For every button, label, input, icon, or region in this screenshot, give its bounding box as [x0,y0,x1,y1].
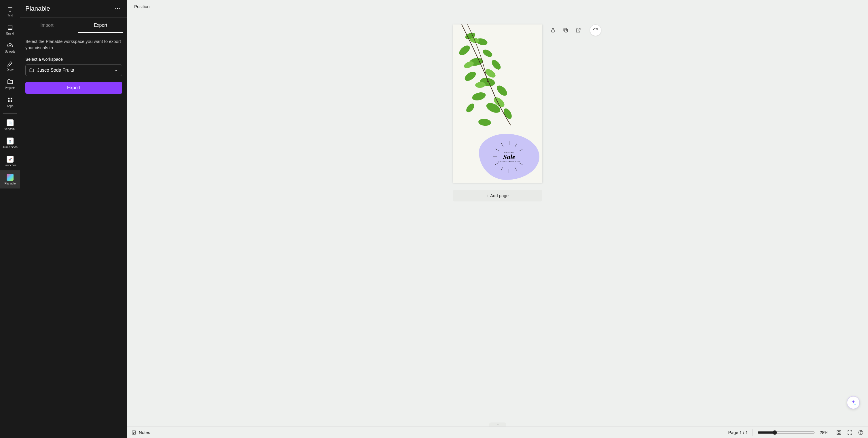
projects-icon [7,78,13,85]
position-button[interactable]: Position [132,2,152,11]
sparkle-icon [850,399,857,406]
svg-rect-10 [565,29,568,32]
uploads-icon [7,42,13,49]
zoom-range-input[interactable] [757,430,815,435]
canvas-area: Position [127,0,868,438]
grid-icon [836,430,842,435]
svg-point-37 [861,433,861,434]
folder-icon [29,68,34,73]
svg-rect-33 [839,431,841,432]
doc-thumbnail-icon: 🚀 [7,156,13,163]
svg-point-18 [463,70,477,83]
bottom-bar: Notes Page 1 / 1 28% [127,427,868,438]
svg-rect-4 [8,100,10,102]
svg-point-7 [117,8,118,9]
nav-label: Uploads [5,50,16,53]
fullscreen-icon [847,430,853,435]
panel-tabs: Import Export [20,18,127,33]
sale-tagline: FRIENDS SHOP FIRST! [498,161,520,163]
more-horizontal-icon [115,6,120,11]
export-description: Select the Planable workspace you want t… [25,38,122,51]
svg-rect-0 [8,25,12,29]
nav-label: Text [7,14,13,17]
design-artboard[interactable]: ONLINE Sale FRIENDS SHOP FIRST! [453,25,542,183]
panel-header: Planable [20,0,127,17]
help-icon [858,430,864,435]
grid-view-button[interactable] [836,429,842,436]
magic-assist-button[interactable] [847,396,860,409]
nav-divider [3,113,17,114]
left-nav-rail: Text Brand Uploads Draw Projects Apps 📄 … [0,0,20,438]
text-icon [7,6,13,13]
svg-point-6 [116,8,116,9]
svg-point-8 [119,8,120,9]
recent-item-launches[interactable]: 🚀 Launches [0,152,20,170]
notes-label: Notes [139,430,150,435]
nav-item-text[interactable]: Text [0,2,20,21]
notes-icon [131,430,136,435]
sunburst-decoration: ONLINE Sale FRIENDS SHOP FIRST! [492,140,526,174]
apps-icon [7,96,13,103]
svg-point-25 [478,118,491,126]
recent-label: Jusco Soda [3,146,18,149]
nav-label: Apps [7,104,13,108]
lock-icon [550,27,556,33]
help-button[interactable] [858,429,864,436]
duplicate-button[interactable] [562,27,569,34]
leaves-image [453,25,516,131]
svg-rect-2 [8,98,10,100]
sale-blob: ONLINE Sale FRIENDS SHOP FIRST! [479,134,539,180]
panel-more-button[interactable] [113,4,122,13]
nav-label: Draw [7,68,13,71]
recent-label: Everythin… [3,128,18,131]
share-button[interactable] [575,27,582,34]
canvas-floating-toolbar [550,25,601,36]
panel-title: Planable [25,5,50,12]
recent-item-jusco[interactable]: 🥤 Jusco Soda [0,134,20,152]
panel-body: Select the Planable workspace you want t… [20,33,127,99]
svg-rect-32 [837,431,838,432]
doc-thumbnail-icon: 📄 [7,120,13,126]
svg-point-15 [482,48,493,58]
timeline-expand-handle[interactable] [489,423,506,427]
nav-item-brand[interactable]: Brand [0,21,20,39]
export-button[interactable]: Export [25,82,122,94]
recent-item-everything[interactable]: 📄 Everythin… [0,116,20,134]
canvas-topbar: Position [127,0,868,13]
svg-rect-5 [11,100,12,102]
recent-label: Launches [4,164,16,167]
chevron-down-icon [114,68,118,72]
nav-label: Brand [6,32,14,35]
side-panel: Planable Import Export Select the Planab… [20,0,127,438]
fullscreen-button[interactable] [847,429,853,436]
add-page-button[interactable]: + Add page [453,190,542,201]
svg-point-21 [471,91,487,102]
refresh-icon [593,27,598,33]
svg-rect-11 [564,28,566,31]
brand-icon [7,24,13,31]
canvas-viewport[interactable]: ONLINE Sale FRIENDS SHOP FIRST! + Add pa… [127,13,868,427]
tab-import[interactable]: Import [20,18,74,33]
zoom-slider[interactable] [757,430,815,435]
nav-item-projects[interactable]: Projects [0,75,20,93]
divider [752,429,753,436]
nav-item-uploads[interactable]: Uploads [0,39,20,57]
svg-rect-9 [552,30,554,32]
svg-rect-3 [11,98,12,100]
svg-point-20 [495,84,509,98]
svg-point-17 [490,59,502,71]
tab-export[interactable]: Export [74,18,127,33]
page-indicator: Page 1 / 1 [728,430,748,435]
workspace-dropdown[interactable]: Jusco Soda Fruits [25,64,122,76]
nav-item-apps[interactable]: Apps [0,93,20,111]
zoom-value: 28% [819,430,831,435]
svg-rect-34 [837,433,838,434]
refresh-button[interactable] [590,25,601,36]
draw-icon [7,60,13,67]
chevron-up-icon [496,423,499,426]
recent-item-planable[interactable]: Planable [0,170,20,189]
nav-item-draw[interactable]: Draw [0,57,20,75]
lock-button[interactable] [550,27,556,34]
svg-point-23 [465,102,476,114]
notes-button[interactable]: Notes [131,430,150,435]
